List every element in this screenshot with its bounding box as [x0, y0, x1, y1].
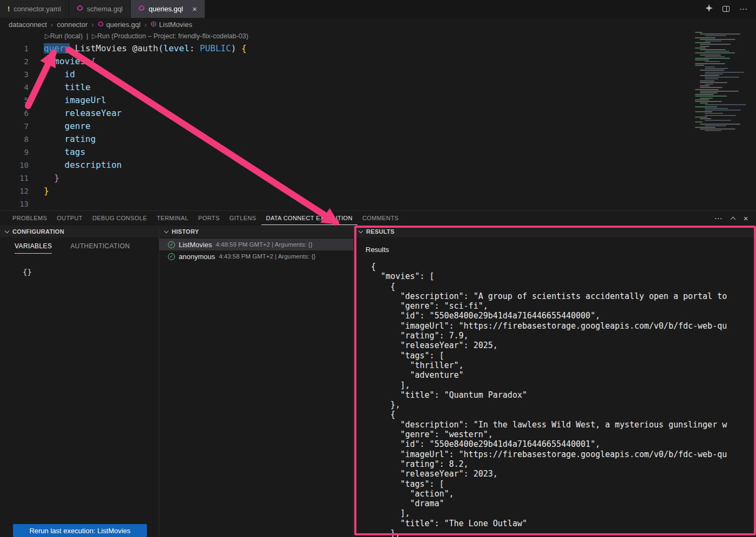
configuration-header[interactable]: CONFIGURATION	[0, 226, 159, 237]
panel-tab-terminal[interactable]: TERMINAL	[152, 212, 193, 225]
run-production-link[interactable]: ▷Run (Production – Project: friendly-fli…	[92, 32, 248, 40]
bottom-panel: PROBLEMSOUTPUTDEBUG CONSOLETERMINALPORTS…	[0, 210, 756, 537]
panel-body: CONFIGURATION VARIABLES AUTHENTICATION {…	[0, 226, 756, 537]
minimap-line	[695, 94, 714, 95]
play-icon: ▷	[45, 32, 50, 40]
split-editor-icon[interactable]	[723, 6, 730, 12]
minimap-line	[705, 51, 730, 52]
play-icon: ▷	[92, 32, 97, 40]
tab-queries-gql[interactable]: queries.gql ×	[131, 0, 205, 18]
code-line[interactable]: 3 id	[0, 68, 691, 81]
more-actions-icon[interactable]: ⋯	[739, 4, 747, 14]
minimap-line	[700, 80, 714, 81]
panel-tab-gitlens[interactable]: GITLENS	[225, 212, 261, 225]
minimap-line	[695, 42, 711, 43]
minimap-line	[695, 117, 707, 118]
history-item-name: anonymous	[179, 253, 215, 261]
breadcrumb: dataconnect › connector › queries.gql › …	[0, 18, 756, 31]
minimap-line	[695, 63, 725, 64]
close-icon[interactable]: ×	[192, 5, 197, 13]
sparkle-icon[interactable]	[705, 4, 713, 13]
line-number: 7	[0, 120, 29, 133]
panel-tab-bar: PROBLEMSOUTPUTDEBUG CONSOLETERMINALPORTS…	[0, 211, 756, 226]
minimap-line	[695, 59, 709, 60]
code-line[interactable]: 11 }	[0, 172, 691, 185]
history-header[interactable]: HISTORY	[159, 226, 353, 237]
chevron-down-icon	[164, 228, 168, 233]
minimap-line	[695, 121, 703, 123]
graphql-icon	[138, 5, 145, 13]
minimap-line	[705, 61, 720, 62]
minimap-line	[705, 35, 726, 36]
minimap-line	[700, 49, 726, 50]
codelens-divider: |	[86, 32, 88, 40]
code-line[interactable]: 5 imageUrl	[0, 94, 691, 107]
code-line[interactable]: 13	[0, 198, 691, 210]
minimap-line	[700, 124, 740, 125]
code-line[interactable]: 1query ListMovies @auth(level: PUBLIC) {	[0, 42, 691, 55]
panel-maximize-icon[interactable]	[730, 217, 735, 222]
results-header[interactable]: RESULTS	[354, 226, 756, 237]
minimap-line	[695, 58, 730, 59]
tab-schema-gql[interactable]: schema.gql	[69, 0, 131, 18]
code-editor[interactable]: ▷Run (local) | ▷Run (Production – Projec…	[0, 31, 756, 210]
code-line[interactable]: 9 tags	[0, 146, 691, 159]
panel-tab-ports[interactable]: PORTS	[193, 212, 225, 225]
panel-tab-debug-console[interactable]: DEBUG CONSOLE	[87, 212, 152, 225]
code-line[interactable]: 6 releaseYear	[0, 107, 691, 120]
code-line[interactable]: 2 movies {	[0, 55, 691, 68]
panel-tab-output[interactable]: OUTPUT	[52, 212, 87, 225]
tab-connector-yaml[interactable]: ! connector.yaml	[0, 0, 69, 18]
success-check-icon: ✓	[168, 253, 175, 260]
minimap-line	[705, 108, 728, 109]
minimap-line	[700, 39, 735, 40]
minimap-line	[700, 103, 708, 104]
breadcrumb-item-connector[interactable]: connector	[57, 21, 87, 29]
panel-tab-problems[interactable]: PROBLEMS	[8, 212, 52, 225]
minimap-line	[700, 33, 740, 35]
minimap-line	[700, 75, 719, 76]
tab-variables[interactable]: VARIABLES	[15, 242, 52, 254]
minimap-line	[695, 65, 704, 66]
line-number: 1	[0, 42, 29, 55]
breadcrumb-item-queries-gql[interactable]: queries.gql	[98, 21, 141, 29]
line-number: 13	[0, 198, 29, 210]
breadcrumb-item-dataconnect[interactable]: dataconnect	[9, 21, 47, 29]
breadcrumb-item-listmovies[interactable]: ListMovies	[151, 21, 192, 29]
minimap-line	[695, 32, 703, 33]
code-line[interactable]: 10 description	[0, 159, 691, 172]
variables-value: {}	[23, 268, 159, 276]
minimap-line	[700, 44, 731, 45]
breadcrumb-separator: ›	[91, 21, 93, 29]
rerun-button[interactable]: Rerun last execution: ListMovies	[13, 524, 147, 537]
minimap-line	[695, 111, 712, 112]
code-line[interactable]: 4 title	[0, 81, 691, 94]
line-number: 5	[0, 94, 29, 107]
panel-close-icon[interactable]: ×	[744, 214, 748, 223]
panel-more-icon[interactable]: ⋯	[714, 214, 722, 223]
line-number: 3	[0, 68, 29, 81]
minimap-line	[695, 37, 716, 38]
history-item[interactable]: ✓ListMovies4:48:59 PM GMT+2 | Arguments:…	[159, 239, 353, 250]
history-item[interactable]: ✓anonymous4:43:58 PM GMT+2 | Arguments: …	[159, 250, 353, 262]
code-line[interactable]: 8 rating	[0, 133, 691, 146]
minimap[interactable]	[693, 31, 756, 159]
history-item-meta: 4:48:59 PM GMT+2 | Arguments: {}	[215, 241, 312, 248]
tab-authentication[interactable]: AUTHENTICATION	[70, 242, 130, 254]
minimap-line	[700, 85, 710, 86]
history-section: HISTORY ✓ListMovies4:48:59 PM GMT+2 | Ar…	[159, 226, 354, 537]
code-line[interactable]: 7 genre	[0, 120, 691, 133]
panel-tab-comments[interactable]: COMMENTS	[357, 212, 403, 225]
graphql-icon	[98, 21, 104, 29]
run-local-link[interactable]: ▷Run (local)	[45, 32, 83, 40]
minimap-line	[705, 72, 744, 73]
minimap-line	[705, 113, 723, 114]
panel-actions: ⋯ ×	[714, 214, 756, 223]
minimap-line	[705, 125, 726, 126]
tab-label: queries.gql	[148, 5, 183, 13]
configuration-tabs: VARIABLES AUTHENTICATION	[0, 237, 159, 254]
panel-tab-data-connect-execution[interactable]: DATA CONNECT EXECUTION	[261, 212, 357, 225]
line-number: 11	[0, 172, 29, 185]
code-line[interactable]: 12}	[0, 185, 691, 198]
minimap-line	[700, 87, 723, 88]
